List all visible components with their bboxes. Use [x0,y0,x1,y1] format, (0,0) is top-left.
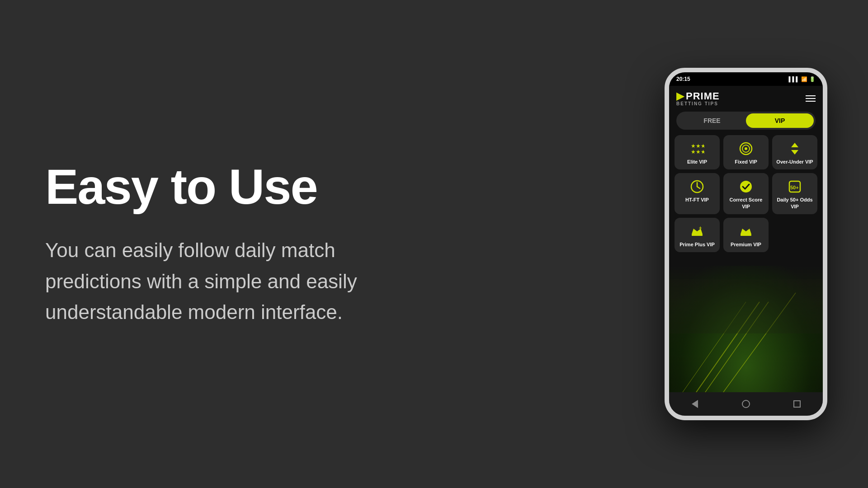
signal-icon: ▌▌▌ [789,76,799,82]
vip-card-htft-label: HT-FT VIP [685,197,709,203]
nav-back-icon [692,400,698,408]
svg-rect-22 [669,279,823,333]
50plus-icon: 50+ [788,179,802,194]
nav-back-button[interactable] [687,396,703,412]
phone-bottom-nav [669,392,823,416]
svg-text:50+: 50+ [790,185,799,190]
vip-card-primeplus[interactable]: + Prime Plus VIP [675,218,720,252]
svg-marker-5 [791,143,798,147]
nav-home-icon [742,400,750,408]
svg-rect-17 [741,234,751,236]
page-headline: Easy to Use [45,160,624,213]
vip-grid: ★★★ ★★★ Elite VIP Fixed VIP [669,135,823,252]
logo-subtitle: BETTING TIPS [676,101,720,106]
tab-free[interactable]: FREE [678,113,746,128]
vip-card-premium-label: Premium VIP [731,241,761,248]
vip-card-elite[interactable]: ★★★ ★★★ Elite VIP [675,135,720,169]
svg-rect-14 [692,234,703,236]
clock-icon [690,179,704,194]
app-screen: ▶ PRIME BETTING TIPS FREE VIP [669,86,823,392]
stars-icon: ★★★ ★★★ [690,141,704,156]
logo-prime-text: PRIME [686,90,720,102]
left-section: Easy to Use You can easily follow daily … [0,124,660,364]
page-subtext: You can easily follow daily match predic… [45,235,384,328]
vip-card-premium[interactable]: Premium VIP [723,218,769,252]
vip-card-fixed[interactable]: Fixed VIP [723,135,769,169]
stadium-lines [669,266,823,392]
wifi-icon: 📶 [801,76,807,82]
vip-card-50odds[interactable]: 50+ Daily 50+ Odds VIP [772,173,817,214]
stadium-background [669,266,823,392]
nav-recent-button[interactable] [789,396,805,412]
right-section: 20:15 ▌▌▌ 📶 🔋 ▶ PRIME BETTING TIPS [660,0,868,488]
nav-recent-icon [793,400,801,408]
logo-prime-row: ▶ PRIME [676,90,720,102]
arrow-updown-icon [788,141,802,156]
svg-marker-6 [791,150,798,155]
status-icons: ▌▌▌ 📶 🔋 [789,76,816,82]
vip-card-primeplus-label: Prime Plus VIP [679,241,715,248]
battery-icon: 🔋 [809,76,816,82]
svg-marker-16 [741,229,751,234]
nav-home-button[interactable] [738,396,754,412]
vip-card-htft[interactable]: HT-FT VIP [675,173,720,214]
target-icon [739,141,753,156]
svg-text:+: + [699,225,702,230]
app-logo: ▶ PRIME BETTING TIPS [676,90,720,106]
vip-card-50odds-label: Daily 50+ Odds VIP [776,197,814,210]
tab-switcher[interactable]: FREE VIP [676,112,816,130]
crown-plus-icon: + [690,224,704,239]
checkmark-icon [739,179,753,194]
vip-card-correctscore-label: Correct Score VIP [727,197,765,210]
vip-card-overunder[interactable]: Over-Under VIP [772,135,817,169]
logo-arrow-icon: ▶ [676,91,684,101]
vip-card-correctscore[interactable]: Correct Score VIP [723,173,769,214]
crown-icon [739,224,753,239]
svg-point-10 [740,181,752,192]
svg-point-4 [745,147,747,150]
status-bar: 20:15 ▌▌▌ 📶 🔋 [669,72,823,86]
svg-line-9 [697,187,700,188]
hamburger-menu-icon[interactable] [806,95,816,102]
tab-vip[interactable]: VIP [746,113,814,128]
svg-text:★★★: ★★★ [691,149,704,155]
vip-card-overunder-label: Over-Under VIP [776,159,813,165]
vip-card-elite-label: Elite VIP [687,159,707,165]
svg-text:★★★: ★★★ [691,143,704,149]
status-time: 20:15 [676,76,690,82]
app-header: ▶ PRIME BETTING TIPS [669,86,823,106]
phone-mockup: 20:15 ▌▌▌ 📶 🔋 ▶ PRIME BETTING TIPS [665,68,827,420]
vip-card-fixed-label: Fixed VIP [735,159,757,165]
